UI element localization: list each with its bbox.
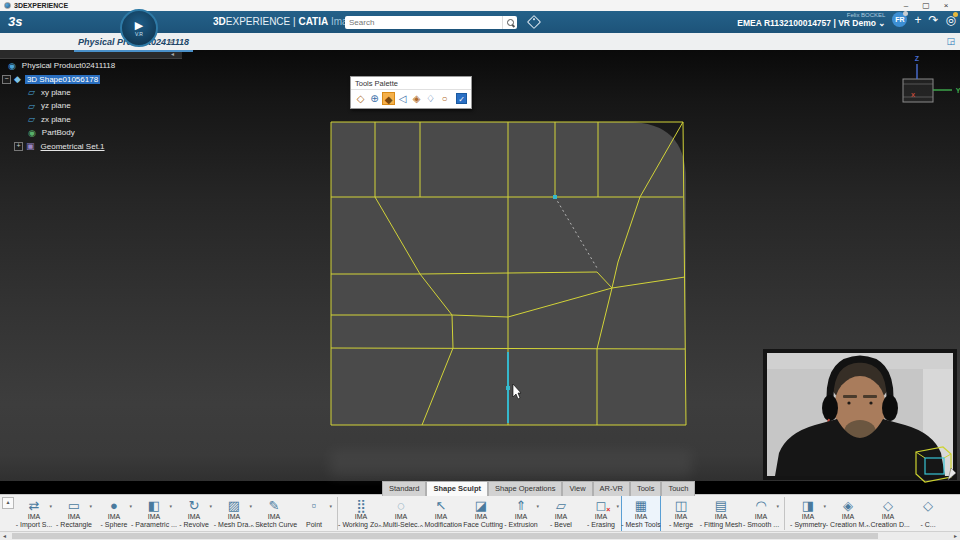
- toolbar-button-creation-m[interactable]: ◈IMA- Creation M...: [828, 495, 868, 532]
- tree-expander-icon[interactable]: +: [14, 142, 23, 151]
- tab-shape-sculpt[interactable]: Shape Sculpt: [426, 481, 488, 496]
- dropdown-arrow-icon[interactable]: ▾: [49, 503, 52, 509]
- toolbar-button-label: IMA: [802, 513, 814, 521]
- palette-tool-icon-5[interactable]: ♢: [424, 92, 437, 105]
- tree-item-label: zx plane: [39, 115, 73, 124]
- erasing-icon: ◻×: [596, 498, 607, 513]
- toolbar-button-label: IMA: [715, 513, 727, 521]
- tab-shape-operations[interactable]: Shape Operations: [488, 481, 562, 496]
- toolbar-button-face-cutting[interactable]: ◪IMA- Face Cutting: [461, 495, 501, 532]
- close-button[interactable]: ×: [936, 0, 956, 11]
- tree-item-partbody[interactable]: ◉PartBody: [0, 126, 77, 139]
- toolbar-button-label: [313, 513, 315, 521]
- environment-selector[interactable]: EMEA R1132100014757 | VR Demo ⌄: [737, 19, 885, 28]
- mesh-tools-icon: ▦: [635, 498, 647, 513]
- tree-item-geometrical-set-1[interactable]: +▣Geometrical Set.1: [0, 139, 107, 152]
- toolbar-button-label: - Mesh Tools: [621, 521, 661, 529]
- tree-expander-icon[interactable]: −: [2, 75, 11, 84]
- toolbar-button-sketch-curve[interactable]: ✎IMA- Sketch Curve: [254, 495, 294, 532]
- palette-tool-icon-2[interactable]: ◆: [382, 92, 395, 105]
- tools-palette-title[interactable]: Tools Palette: [351, 77, 471, 90]
- toolbar-button-c[interactable]: ◇ - C...: [908, 495, 948, 532]
- toolbar-button-label: IMA: [28, 513, 40, 521]
- toolbar-button-parametric[interactable]: ◧▾IMA- Parametric ...: [134, 495, 174, 532]
- scrollbar-thumb[interactable]: [12, 533, 878, 539]
- dropdown-arrow-icon[interactable]: ▾: [776, 503, 779, 509]
- scroll-right-icon[interactable]: ▸: [954, 532, 957, 540]
- tools-palette-window[interactable]: Tools Palette ◇⊕◆◁◈♢○✓: [350, 76, 472, 109]
- palette-tool-icon-3[interactable]: ◁: [396, 92, 409, 105]
- 3dexperience-compass-badge[interactable]: ▶ V.R: [120, 9, 158, 47]
- app-globe-icon: [4, 2, 11, 9]
- palette-tool-icon-6[interactable]: ○: [438, 92, 451, 105]
- action-bar-scrollbar[interactable]: ◂ ▸: [0, 531, 960, 540]
- tree-item-yz-plane[interactable]: ▱yz plane: [0, 99, 73, 112]
- tab-view[interactable]: View: [562, 481, 592, 496]
- dropdown-arrow-icon[interactable]: ▾: [89, 503, 92, 509]
- toolbar-button-point[interactable]: ▫▾ Point: [294, 495, 334, 532]
- toolbar-button-creation-d[interactable]: ◇IMA- Creation D...: [868, 495, 908, 532]
- user-area: Felix BOCKEL EMEA R1132100014757 | VR De…: [737, 12, 956, 28]
- toolbar-button-label: IMA: [842, 513, 854, 521]
- toolbar-button-working-zo[interactable]: ⣿IMA- Working Zo...: [341, 495, 381, 532]
- toolbar-button-import-s[interactable]: ⇄▾IMA- Import S...: [14, 495, 54, 532]
- dropdown-arrow-icon[interactable]: ▾: [249, 503, 252, 509]
- tab-touch[interactable]: Touch: [661, 481, 695, 496]
- sphere-icon: ●: [110, 498, 118, 513]
- tree-item-physical-product02411118[interactable]: ◉Physical Product02411118: [0, 59, 117, 72]
- point-icon: ▫: [312, 498, 317, 513]
- tab-standard[interactable]: Standard: [382, 481, 426, 496]
- dropdown-arrow-icon[interactable]: ▾: [536, 503, 539, 509]
- dropdown-arrow-icon[interactable]: ▾: [169, 503, 172, 509]
- toolbar-button-fitting-mesh[interactable]: ▤IMA- Fitting Mesh: [701, 495, 741, 532]
- toolbar-button-extrusion[interactable]: ⇑▾IMA- Extrusion: [501, 495, 541, 532]
- tree-item-3d-shape01056178[interactable]: −◆3D Shape01056178: [0, 72, 100, 85]
- palette-checkbox[interactable]: ✓: [456, 93, 467, 104]
- share-icon[interactable]: ↷: [928, 13, 938, 27]
- tree-item-xy-plane[interactable]: ▱xy plane: [0, 86, 73, 99]
- toolbar-button-mesh-tools[interactable]: ▦IMA- Mesh Tools: [621, 495, 661, 532]
- toolbar-button-erasing[interactable]: ◻×▾IMA- Erasing: [581, 495, 621, 532]
- search-input[interactable]: [345, 17, 502, 28]
- palette-tool-icon-0[interactable]: ◇: [354, 92, 367, 105]
- tree-item-label: 3D Shape01056178: [25, 75, 100, 84]
- toolbar-button-merge[interactable]: ◫IMA- Merge: [661, 495, 701, 532]
- tab-tools[interactable]: Tools: [630, 481, 662, 496]
- tree-items: ◉Physical Product02411118−◆3D Shape01056…: [0, 59, 182, 153]
- minimize-button[interactable]: –: [896, 0, 916, 11]
- expand-viewport-icon[interactable]: ◲: [946, 36, 955, 46]
- toolbar-button-symmetry[interactable]: ◨▾IMA- Symmetry: [788, 495, 828, 532]
- tab-ar-vr[interactable]: AR-VR: [593, 481, 630, 496]
- action-bar-collapse-button[interactable]: ▴: [2, 497, 14, 509]
- dropdown-arrow-icon[interactable]: ▾: [129, 503, 132, 509]
- headphone-earcup-right: [882, 395, 898, 421]
- add-icon[interactable]: +: [914, 13, 921, 27]
- dropdown-arrow-icon[interactable]: ▾: [329, 503, 332, 509]
- avatar[interactable]: FR: [892, 12, 907, 27]
- dropdown-arrow-icon[interactable]: ▾: [209, 503, 212, 509]
- plane-icon: ▱: [28, 101, 35, 111]
- toolbar-button-mesh-dra[interactable]: ▨▾IMA- Mesh Dra...: [214, 495, 254, 532]
- toolbar-button-label: IMA: [355, 513, 367, 521]
- scroll-left-icon[interactable]: ◂: [3, 532, 6, 540]
- dropdown-arrow-icon[interactable]: ▾: [823, 503, 826, 509]
- 3dexperience-window: { "window": {"title": "3DEXPERIENCE", "m…: [0, 0, 960, 540]
- search-box[interactable]: [345, 16, 517, 29]
- toolbar-button-smooth[interactable]: ◠▾IMA- Smooth ...: [741, 495, 781, 532]
- dropdown-arrow-icon[interactable]: ▾: [616, 503, 619, 509]
- toolbar-button-rectangle[interactable]: ▭▾IMA- Rectangle: [54, 495, 94, 532]
- tree-item-zx-plane[interactable]: ▱zx plane: [0, 113, 73, 126]
- toolbar-button-label: - Revolve: [179, 521, 209, 529]
- new-tab-button[interactable]: +: [168, 37, 174, 48]
- webcam-video: [767, 353, 953, 476]
- palette-tool-icon-4[interactable]: ◈: [410, 92, 423, 105]
- toolbar-button-multi-selec[interactable]: ◌IMA- Multi-Selec...: [381, 495, 421, 532]
- help-compass-icon[interactable]: ◎: [946, 13, 956, 27]
- maximize-button[interactable]: ▢: [916, 0, 936, 11]
- toolbar-button-modification[interactable]: ↖IMA- Modification: [421, 495, 461, 532]
- toolbar-button-sphere[interactable]: ●▾IMA- Sphere: [94, 495, 134, 532]
- toolbar-button-revolve[interactable]: ↻▾IMA- Revolve: [174, 495, 214, 532]
- palette-tool-icon-1[interactable]: ⊕: [368, 92, 381, 105]
- search-button[interactable]: [502, 16, 517, 29]
- toolbar-button-bevel[interactable]: ▱IMA- Bevel: [541, 495, 581, 532]
